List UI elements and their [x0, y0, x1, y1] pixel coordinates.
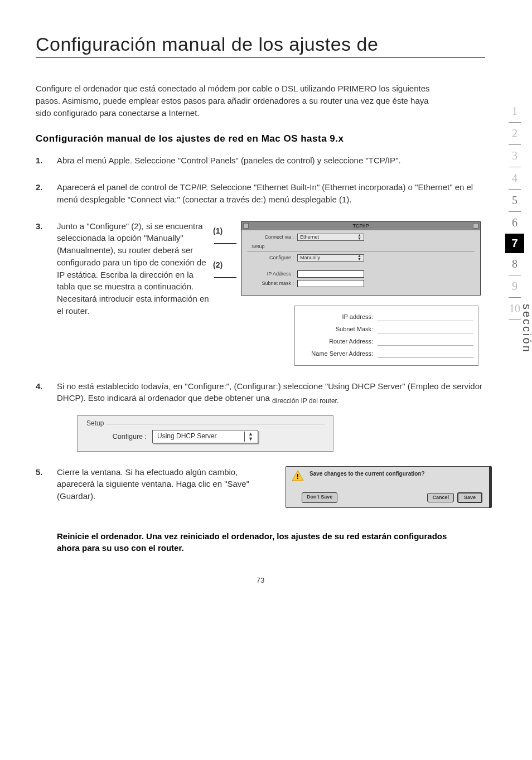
cancel-button[interactable]: Cancel — [427, 493, 454, 502]
ip-address-label: IP Address : — [247, 270, 297, 278]
step-num: 2. — [36, 181, 57, 206]
nav-9[interactable]: 9 — [505, 275, 524, 297]
title-rule — [36, 57, 485, 58]
step-num: 3. — [36, 220, 57, 366]
section-heading: Configuración manual de los ajustes de r… — [36, 133, 485, 144]
ip-address-input[interactable] — [297, 270, 364, 278]
save-dialog-message: Save changes to the current configuratio… — [309, 470, 425, 481]
configure-select[interactable]: Using DHCP Server ▲▼ — [152, 430, 258, 443]
section-nav: 1 2 3 4 5 6 7 8 9 10 — [505, 100, 524, 320]
page-title: Configuración manual de los ajustes de — [36, 33, 485, 55]
nav-4[interactable]: 4 — [505, 167, 524, 189]
save-dialog: ! Save changes to the current configurat… — [286, 466, 492, 508]
router-row-value — [378, 338, 473, 346]
connect-via-label: Connect via : — [247, 234, 297, 241]
dont-save-button[interactable]: Don't Save — [302, 492, 337, 503]
address-table: IP address: Subnet Mask: Router Address:… — [294, 306, 478, 366]
nav-3[interactable]: 3 — [505, 145, 524, 167]
dropdown-arrows-icon: ▲▼ — [357, 234, 361, 240]
warning-icon: ! — [292, 470, 304, 481]
step-num: 1. — [36, 154, 57, 167]
nav-5[interactable]: 5 — [505, 190, 524, 211]
nav-6[interactable]: 6 — [505, 212, 524, 234]
step-text: Aparecerá el panel de control de TCP/IP.… — [57, 181, 485, 206]
page-number: 73 — [36, 576, 485, 584]
configure-label: Configure : — [108, 432, 152, 442]
ip-row-label: IP address: — [299, 313, 378, 322]
subnet-mask-input[interactable] — [297, 280, 364, 287]
step-2: 2. Aparecerá el panel de control de TCP/… — [36, 181, 485, 206]
subnet-row-value — [378, 326, 473, 333]
callout-2: (2) — [213, 260, 223, 269]
subnet-row-label: Subnet Mask: — [299, 325, 378, 334]
svg-text:!: ! — [297, 472, 299, 481]
intro-text: Configure el ordenador que está conectad… — [36, 83, 437, 119]
subnet-mask-label: Subnet mask : — [247, 280, 297, 287]
setup-dialog: Setup Configure : Using DHCP Server ▲▼ — [77, 415, 333, 452]
dropdown-arrows-icon: ▲▼ — [244, 432, 253, 442]
step-1: 1. Abra el menú Apple. Seleccione "Contr… — [36, 154, 485, 167]
ip-row-value — [378, 313, 473, 321]
dropdown-arrows-icon: ▲▼ — [357, 254, 361, 261]
setup-legend: Setup — [252, 243, 475, 250]
step-text: Abra el menú Apple. Seleccione "Control … — [57, 154, 485, 167]
step-num: 5. — [36, 466, 57, 508]
save-button[interactable]: Save — [457, 492, 482, 503]
step-text-sub: dirección IP del router. — [272, 396, 338, 406]
configure-label: Configure : — [247, 254, 297, 262]
connect-via-select[interactable]: Ethernet▲▼ — [297, 234, 364, 241]
step-4: 4. Si no está establecido todavía, en "C… — [36, 380, 485, 452]
footer-note: Reinicie el ordenador. Una vez reiniciad… — [57, 530, 458, 554]
nav-1[interactable]: 1 — [505, 100, 524, 122]
ns-row-value — [378, 350, 473, 358]
callout-1: (1) — [213, 226, 223, 235]
tcpip-dialog-title: TCP/IP — [241, 222, 480, 230]
step-text: Cierre la ventana. Si ha efectuado algún… — [57, 466, 274, 508]
setup-legend: Setup — [84, 419, 106, 428]
nav-8[interactable]: 8 — [505, 253, 524, 275]
nav-7-current[interactable]: 7 — [505, 234, 524, 253]
step-3: 3. Junto a "Configure" (2), si se encuen… — [36, 220, 485, 366]
ns-row-label: Name Server Address: — [299, 350, 378, 359]
step-num: 4. — [36, 380, 57, 452]
configure-select[interactable]: Manually▲▼ — [297, 254, 364, 262]
tcpip-dialog: TCP/IP Connect via : Ethernet▲▼ Setup Co… — [241, 221, 481, 296]
nav-2[interactable]: 2 — [505, 123, 524, 144]
router-row-label: Router Address: — [299, 337, 378, 346]
section-label: sección — [520, 304, 532, 354]
step-5: 5. Cierre la ventana. Si ha efectuado al… — [36, 466, 485, 508]
step-text: Si no está establecido todavía, en "Conf… — [57, 381, 482, 403]
step-text: Junto a "Configure" (2), si se encuentra… — [57, 220, 213, 366]
